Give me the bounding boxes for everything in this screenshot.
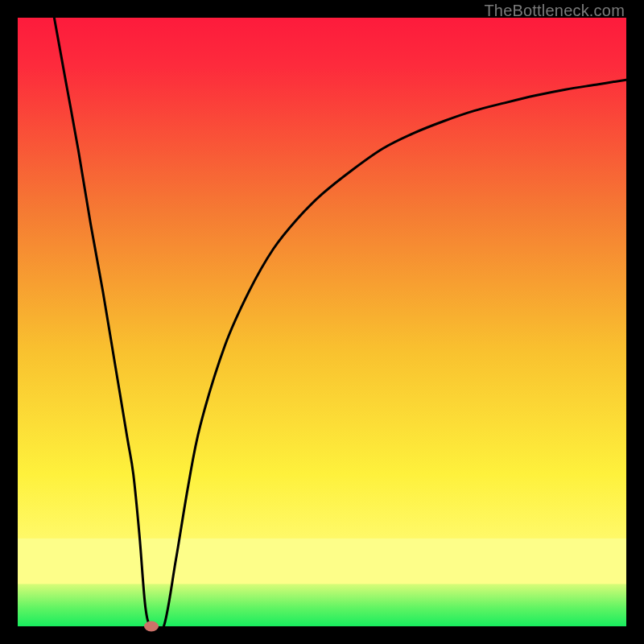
bottleneck-plot bbox=[18, 18, 626, 626]
chart-frame bbox=[18, 18, 626, 626]
optimal-point-marker bbox=[144, 621, 159, 632]
watermark-text: TheBottleneck.com bbox=[484, 2, 625, 20]
